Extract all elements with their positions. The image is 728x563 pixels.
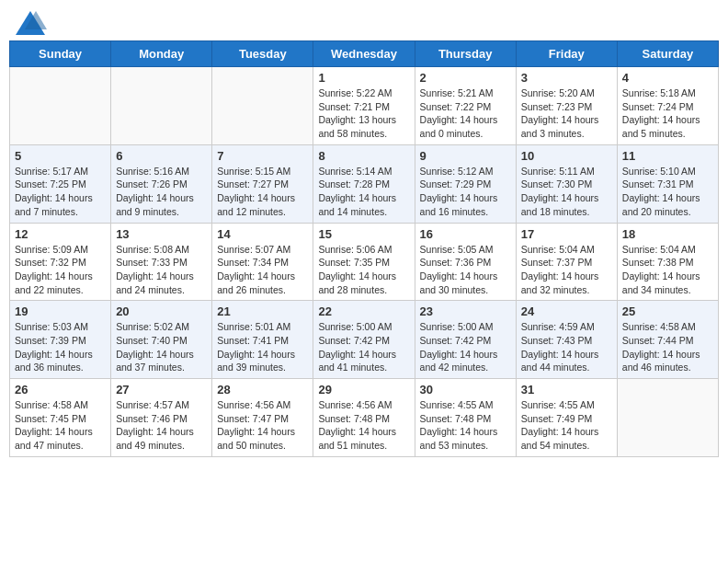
day-info: Sunrise: 4:55 AMSunset: 7:48 PMDaylight:… — [420, 398, 511, 453]
day-info: Sunrise: 5:00 AMSunset: 7:42 PMDaylight:… — [420, 320, 511, 374]
weekday-header-monday: Monday — [111, 41, 212, 67]
day-info: Sunrise: 5:04 AMSunset: 7:37 PMDaylight:… — [521, 243, 612, 297]
day-number: 2 — [420, 71, 511, 85]
calendar-cell: 9Sunrise: 5:12 AMSunset: 7:29 PMDaylight… — [415, 144, 516, 223]
day-info: Sunrise: 5:18 AMSunset: 7:24 PMDaylight:… — [622, 86, 713, 141]
calendar-cell — [111, 67, 212, 145]
day-number: 30 — [420, 383, 511, 396]
weekday-header-row: SundayMondayTuesdayWednesdayThursdayFrid… — [10, 41, 719, 67]
day-info: Sunrise: 5:05 AMSunset: 7:36 PMDaylight:… — [420, 243, 511, 297]
weekday-header-wednesday: Wednesday — [313, 41, 415, 67]
day-info: Sunrise: 5:22 AMSunset: 7:21 PMDaylight:… — [318, 86, 409, 141]
day-number: 26 — [15, 383, 106, 396]
calendar-cell: 27Sunrise: 4:57 AMSunset: 7:46 PMDayligh… — [111, 379, 212, 457]
calendar-cell: 17Sunrise: 5:04 AMSunset: 7:37 PMDayligh… — [516, 223, 617, 301]
day-number: 27 — [116, 383, 207, 396]
calendar-cell: 8Sunrise: 5:14 AMSunset: 7:28 PMDaylight… — [313, 144, 415, 223]
week-row-1: 1Sunrise: 5:22 AMSunset: 7:21 PMDaylight… — [10, 67, 719, 145]
day-number: 29 — [318, 383, 409, 396]
day-info: Sunrise: 5:15 AMSunset: 7:27 PMDaylight:… — [217, 165, 308, 219]
calendar-cell: 12Sunrise: 5:09 AMSunset: 7:32 PMDayligh… — [10, 223, 111, 301]
calendar-cell: 15Sunrise: 5:06 AMSunset: 7:35 PMDayligh… — [313, 223, 415, 301]
day-info: Sunrise: 4:59 AMSunset: 7:43 PMDaylight:… — [521, 320, 612, 374]
day-number: 5 — [15, 149, 106, 163]
day-info: Sunrise: 5:04 AMSunset: 7:38 PMDaylight:… — [622, 243, 713, 297]
day-number: 15 — [318, 227, 409, 241]
day-info: Sunrise: 4:56 AMSunset: 7:48 PMDaylight:… — [318, 398, 409, 453]
day-number: 16 — [420, 227, 511, 241]
day-number: 25 — [622, 304, 713, 318]
day-number: 11 — [622, 149, 713, 163]
calendar-cell — [212, 67, 313, 145]
calendar-cell: 4Sunrise: 5:18 AMSunset: 7:24 PMDaylight… — [617, 67, 718, 145]
week-row-3: 12Sunrise: 5:09 AMSunset: 7:32 PMDayligh… — [10, 223, 719, 301]
day-number: 7 — [217, 149, 308, 163]
day-info: Sunrise: 5:17 AMSunset: 7:25 PMDaylight:… — [15, 165, 106, 219]
week-row-4: 19Sunrise: 5:03 AMSunset: 7:39 PMDayligh… — [10, 301, 719, 379]
calendar-cell: 13Sunrise: 5:08 AMSunset: 7:33 PMDayligh… — [111, 223, 212, 301]
weekday-header-sunday: Sunday — [10, 41, 111, 67]
calendar-cell: 14Sunrise: 5:07 AMSunset: 7:34 PMDayligh… — [212, 223, 313, 301]
day-info: Sunrise: 5:09 AMSunset: 7:32 PMDaylight:… — [15, 243, 106, 297]
day-number: 31 — [521, 383, 612, 396]
calendar-table: SundayMondayTuesdayWednesdayThursdayFrid… — [9, 40, 719, 457]
day-info: Sunrise: 5:03 AMSunset: 7:39 PMDaylight:… — [15, 320, 106, 374]
calendar-cell: 25Sunrise: 4:58 AMSunset: 7:44 PMDayligh… — [617, 301, 718, 379]
day-number: 23 — [420, 304, 511, 318]
logo — [14, 9, 45, 31]
day-number: 22 — [318, 304, 409, 318]
day-info: Sunrise: 5:07 AMSunset: 7:34 PMDaylight:… — [217, 243, 308, 297]
day-info: Sunrise: 4:56 AMSunset: 7:47 PMDaylight:… — [217, 398, 308, 453]
calendar-cell: 21Sunrise: 5:01 AMSunset: 7:41 PMDayligh… — [212, 301, 313, 379]
calendar-cell: 18Sunrise: 5:04 AMSunset: 7:38 PMDayligh… — [617, 223, 718, 301]
day-info: Sunrise: 5:12 AMSunset: 7:29 PMDaylight:… — [420, 165, 511, 219]
calendar-cell: 22Sunrise: 5:00 AMSunset: 7:42 PMDayligh… — [313, 301, 415, 379]
day-number: 18 — [622, 227, 713, 241]
day-number: 3 — [521, 71, 612, 85]
day-number: 20 — [116, 304, 207, 318]
week-row-5: 26Sunrise: 4:58 AMSunset: 7:45 PMDayligh… — [10, 379, 719, 457]
calendar-cell: 2Sunrise: 5:21 AMSunset: 7:22 PMDaylight… — [415, 67, 516, 145]
day-number: 13 — [116, 227, 207, 241]
calendar-cell: 5Sunrise: 5:17 AMSunset: 7:25 PMDaylight… — [10, 144, 111, 223]
calendar-cell: 10Sunrise: 5:11 AMSunset: 7:30 PMDayligh… — [516, 144, 617, 223]
day-info: Sunrise: 5:11 AMSunset: 7:30 PMDaylight:… — [521, 165, 612, 219]
day-number: 8 — [318, 149, 409, 163]
day-number: 21 — [217, 304, 308, 318]
day-info: Sunrise: 4:58 AMSunset: 7:45 PMDaylight:… — [15, 398, 106, 453]
day-info: Sunrise: 5:02 AMSunset: 7:40 PMDaylight:… — [116, 320, 207, 374]
day-info: Sunrise: 5:06 AMSunset: 7:35 PMDaylight:… — [318, 243, 409, 297]
calendar-cell: 26Sunrise: 4:58 AMSunset: 7:45 PMDayligh… — [10, 379, 111, 457]
weekday-header-tuesday: Tuesday — [212, 41, 313, 67]
day-info: Sunrise: 4:57 AMSunset: 7:46 PMDaylight:… — [116, 398, 207, 453]
weekday-header-thursday: Thursday — [415, 41, 516, 67]
calendar-cell: 31Sunrise: 4:55 AMSunset: 7:49 PMDayligh… — [516, 379, 617, 457]
day-info: Sunrise: 5:14 AMSunset: 7:28 PMDaylight:… — [318, 165, 409, 219]
day-number: 10 — [521, 149, 612, 163]
calendar-cell: 30Sunrise: 4:55 AMSunset: 7:48 PMDayligh… — [415, 379, 516, 457]
day-number: 4 — [622, 71, 713, 85]
day-info: Sunrise: 4:58 AMSunset: 7:44 PMDaylight:… — [622, 320, 713, 374]
calendar-cell: 7Sunrise: 5:15 AMSunset: 7:27 PMDaylight… — [212, 144, 313, 223]
day-number: 12 — [15, 227, 106, 241]
calendar-cell: 11Sunrise: 5:10 AMSunset: 7:31 PMDayligh… — [617, 144, 718, 223]
day-number: 14 — [217, 227, 308, 241]
day-number: 6 — [116, 149, 207, 163]
calendar-cell — [10, 67, 111, 145]
calendar-cell: 23Sunrise: 5:00 AMSunset: 7:42 PMDayligh… — [415, 301, 516, 379]
day-info: Sunrise: 5:00 AMSunset: 7:42 PMDaylight:… — [318, 320, 409, 374]
day-info: Sunrise: 5:08 AMSunset: 7:33 PMDaylight:… — [116, 243, 207, 297]
day-number: 28 — [217, 383, 308, 396]
weekday-header-saturday: Saturday — [617, 41, 718, 67]
day-number: 9 — [420, 149, 511, 163]
week-row-2: 5Sunrise: 5:17 AMSunset: 7:25 PMDaylight… — [10, 144, 719, 223]
calendar-cell — [617, 379, 718, 457]
calendar-cell: 3Sunrise: 5:20 AMSunset: 7:23 PMDaylight… — [516, 67, 617, 145]
calendar-cell: 16Sunrise: 5:05 AMSunset: 7:36 PMDayligh… — [415, 223, 516, 301]
day-info: Sunrise: 5:16 AMSunset: 7:26 PMDaylight:… — [116, 165, 207, 219]
day-number: 1 — [318, 71, 409, 85]
calendar-cell: 20Sunrise: 5:02 AMSunset: 7:40 PMDayligh… — [111, 301, 212, 379]
day-info: Sunrise: 5:21 AMSunset: 7:22 PMDaylight:… — [420, 86, 511, 141]
day-info: Sunrise: 5:10 AMSunset: 7:31 PMDaylight:… — [622, 165, 713, 219]
calendar-cell: 19Sunrise: 5:03 AMSunset: 7:39 PMDayligh… — [10, 301, 111, 379]
